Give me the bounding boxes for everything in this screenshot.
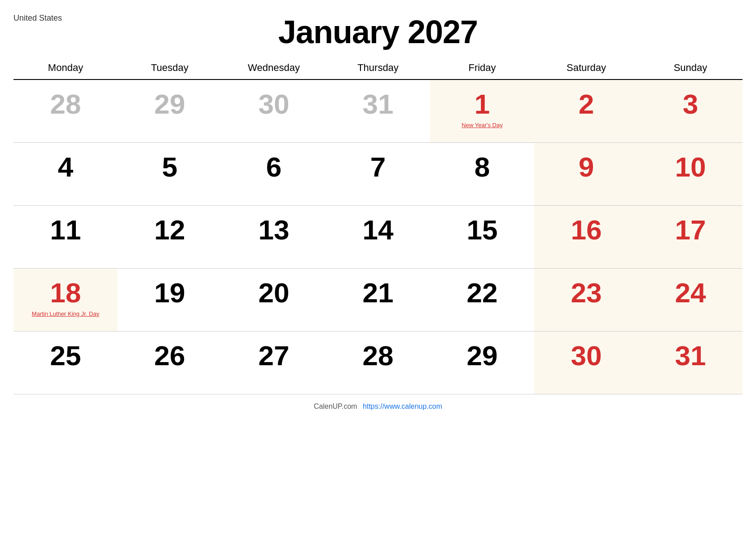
calendar-cell: 3 — [638, 80, 743, 142]
calendar-cell: 7 — [326, 142, 430, 205]
calendar-cell: 9 — [534, 142, 638, 205]
day-number: 17 — [643, 214, 738, 246]
day-number: 6 — [226, 151, 321, 183]
footer-brand: CalenUP.com — [314, 402, 357, 410]
day-number: 30 — [226, 88, 321, 120]
day-number: 18 — [18, 277, 113, 309]
day-number: 10 — [643, 151, 738, 183]
calendar-table: MondayTuesdayWednesdayThursdayFridaySatu… — [13, 57, 743, 394]
calendar-cell: 17 — [638, 205, 743, 268]
day-number: 31 — [330, 88, 426, 120]
day-number: 22 — [435, 277, 530, 309]
calendar-cell: 29 — [430, 331, 534, 394]
calendar-cell: 20 — [222, 268, 326, 331]
day-number: 29 — [122, 88, 217, 120]
day-number: 19 — [122, 277, 217, 309]
holiday-label: New Year's Day — [435, 122, 530, 128]
calendar-cell: 31 — [638, 331, 743, 394]
calendar-cell: 27 — [222, 331, 326, 394]
day-number: 31 — [643, 340, 738, 371]
day-number: 27 — [226, 340, 321, 371]
calendar-cell: 18Martin Luther King Jr. Day — [13, 268, 118, 331]
weekday-header-sunday: Sunday — [638, 57, 743, 80]
calendar-cell: 30 — [222, 80, 326, 142]
calendar-cell: 26 — [118, 331, 222, 394]
page-header: United States January 2027 — [13, 9, 743, 55]
calendar-cell: 28 — [13, 80, 118, 142]
footer: CalenUP.com https://www.calenup.com — [13, 402, 743, 411]
day-number: 1 — [435, 88, 530, 120]
calendar-header: MondayTuesdayWednesdayThursdayFridaySatu… — [13, 57, 743, 80]
calendar-cell: 15 — [430, 205, 534, 268]
calendar-cell: 11 — [13, 205, 118, 268]
calendar-cell: 19 — [118, 268, 222, 331]
country-label: United States — [13, 13, 62, 23]
calendar-cell: 10 — [638, 142, 743, 205]
calendar-cell: 22 — [430, 268, 534, 331]
weekday-header-saturday: Saturday — [534, 57, 638, 80]
calendar-cell: 25 — [13, 331, 118, 394]
calendar-cell: 2 — [534, 80, 638, 142]
calendar-week-row: 18Martin Luther King Jr. Day192021222324 — [13, 268, 743, 331]
calendar-cell: 21 — [326, 268, 430, 331]
day-number: 29 — [435, 340, 530, 371]
calendar-week-row: 25262728293031 — [13, 331, 743, 394]
day-number: 9 — [539, 151, 634, 183]
day-number: 3 — [643, 88, 738, 120]
calendar-week-row: 11121314151617 — [13, 205, 743, 268]
calendar-cell: 6 — [222, 142, 326, 205]
calendar-cell: 1New Year's Day — [430, 80, 534, 142]
weekday-header-thursday: Thursday — [326, 57, 430, 80]
calendar-cell: 12 — [118, 205, 222, 268]
day-number: 12 — [122, 214, 217, 246]
weekday-header-friday: Friday — [430, 57, 534, 80]
calendar-body: 282930311New Year's Day23456789101112131… — [13, 80, 743, 394]
day-number: 30 — [539, 340, 634, 371]
calendar-week-row: 282930311New Year's Day23 — [13, 80, 743, 142]
calendar-cell: 13 — [222, 205, 326, 268]
day-number: 23 — [539, 277, 634, 309]
day-number: 20 — [226, 277, 321, 309]
weekday-header-tuesday: Tuesday — [118, 57, 222, 80]
weekday-header-wednesday: Wednesday — [222, 57, 326, 80]
day-number: 26 — [122, 340, 217, 371]
calendar-cell: 8 — [430, 142, 534, 205]
day-number: 5 — [122, 151, 217, 183]
calendar-cell: 28 — [326, 331, 430, 394]
day-number: 25 — [18, 340, 113, 371]
day-number: 21 — [330, 277, 426, 309]
calendar-cell: 5 — [118, 142, 222, 205]
calendar-cell: 4 — [13, 142, 118, 205]
holiday-label: Martin Luther King Jr. Day — [18, 310, 113, 317]
day-number: 2 — [539, 88, 634, 120]
day-number: 4 — [18, 151, 113, 183]
day-number: 13 — [226, 214, 321, 246]
day-number: 28 — [18, 88, 113, 120]
day-number: 15 — [435, 214, 530, 246]
day-number: 7 — [330, 151, 426, 183]
weekday-header-monday: Monday — [13, 57, 118, 80]
calendar-cell: 23 — [534, 268, 638, 331]
calendar-cell: 29 — [118, 80, 222, 142]
calendar-week-row: 45678910 — [13, 142, 743, 205]
day-number: 28 — [330, 340, 426, 371]
month-title: January 2027 — [13, 9, 743, 55]
day-number: 24 — [643, 277, 738, 309]
weekday-row: MondayTuesdayWednesdayThursdayFridaySatu… — [13, 57, 743, 80]
day-number: 16 — [539, 214, 634, 246]
day-number: 8 — [435, 151, 530, 183]
calendar-cell: 14 — [326, 205, 430, 268]
day-number: 14 — [330, 214, 426, 246]
calendar-cell: 31 — [326, 80, 430, 142]
calendar-cell: 24 — [638, 268, 743, 331]
calendar-cell: 16 — [534, 205, 638, 268]
calendar-cell: 30 — [534, 331, 638, 394]
footer-url: https://www.calenup.com — [363, 402, 442, 410]
day-number: 11 — [18, 214, 113, 246]
